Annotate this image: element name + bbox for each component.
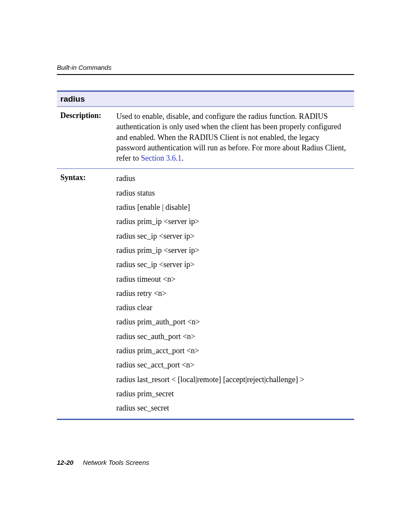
syntax-line: radius prim_ip <server ip> bbox=[116, 216, 351, 227]
syntax-line: radius bbox=[116, 173, 351, 184]
syntax-line: radius [enable | disable] bbox=[116, 202, 351, 212]
main-content: radius Description: Used to enable, disa… bbox=[57, 90, 354, 420]
syntax-line: radius timeout <n> bbox=[116, 274, 351, 284]
page-number: 12-20 bbox=[57, 459, 73, 466]
command-table: radius Description: Used to enable, disa… bbox=[57, 90, 354, 420]
syntax-line: radius sec_ip <server ip> bbox=[116, 231, 351, 241]
header-rule bbox=[57, 74, 354, 75]
syntax-line: radius last_resort < [local|remote] [acc… bbox=[116, 374, 351, 385]
syntax-line: radius sec_secret bbox=[116, 403, 351, 413]
description-trail: . bbox=[181, 154, 184, 162]
section-link[interactable]: Section 3.6.1 bbox=[141, 154, 182, 162]
command-title-row: radius bbox=[57, 91, 354, 107]
syntax-line: radius prim_secret bbox=[116, 389, 351, 399]
description-label: Description: bbox=[57, 107, 113, 169]
syntax-line: radius status bbox=[116, 188, 351, 198]
description-row: Description: Used to enable, disable, an… bbox=[57, 107, 354, 169]
syntax-lines: radius radius status radius [enable | di… bbox=[116, 173, 351, 413]
syntax-line: radius prim_acct_port <n> bbox=[116, 345, 351, 356]
syntax-line: radius prim_ip <server ip> bbox=[116, 245, 351, 255]
syntax-line: radius clear bbox=[116, 302, 351, 313]
page-header-section: Built-in Commands bbox=[57, 64, 354, 71]
footer-title: Network Tools Screens bbox=[83, 459, 149, 466]
syntax-label: Syntax: bbox=[57, 169, 113, 419]
syntax-row: Syntax: radius radius status radius [ena… bbox=[57, 169, 354, 419]
syntax-line: radius sec_auth_port <n> bbox=[116, 331, 351, 342]
description-value: Used to enable, disable, and configure t… bbox=[113, 107, 354, 169]
syntax-line: radius retry <n> bbox=[116, 288, 351, 299]
page-footer: 12-20 Network Tools Screens bbox=[57, 459, 149, 466]
command-title: radius bbox=[57, 91, 354, 107]
syntax-line: radius sec_acct_port <n> bbox=[116, 360, 351, 370]
syntax-line: radius prim_auth_port <n> bbox=[116, 317, 351, 327]
syntax-line: radius sec_ip <server ip> bbox=[116, 259, 351, 270]
syntax-value: radius radius status radius [enable | di… bbox=[113, 169, 354, 419]
